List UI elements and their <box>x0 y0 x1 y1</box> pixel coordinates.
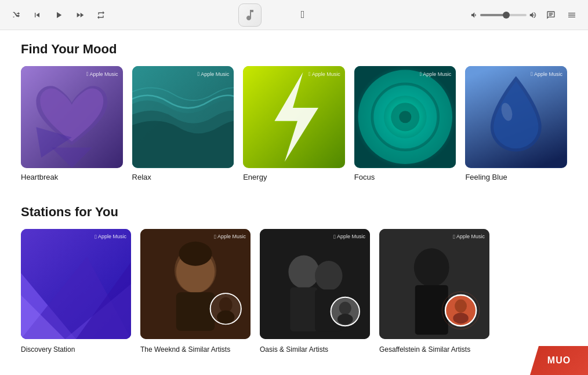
apple-logo:  <box>301 9 305 20</box>
fast-forward-button[interactable] <box>73 8 87 22</box>
gesaffelstein-label: Gesaffelstein & Similar Artists <box>379 345 470 354</box>
svg-rect-30 <box>290 287 318 331</box>
svg-point-23 <box>179 241 212 265</box>
mood-card-energy[interactable]:  Apple Music Energy <box>243 66 345 181</box>
mood-card-focus[interactable]:  Apple Music Focus <box>354 66 456 181</box>
energy-label: Energy <box>243 173 345 181</box>
svg-point-35 <box>337 314 353 325</box>
station-image-weeknd:  Apple Music <box>140 229 251 339</box>
station-image-gesaffelstein:  Apple Music <box>379 229 489 339</box>
svg-rect-38 <box>415 285 448 334</box>
svg-point-27 <box>217 310 234 323</box>
discovery-badge:  Apple Music <box>95 234 126 240</box>
mood-card-heartbreak[interactable]:  Apple Music Heartbreak <box>21 66 123 181</box>
energy-badge:  Apple Music <box>308 71 340 77</box>
focus-label: Focus <box>354 173 456 181</box>
relax-badge:  Apple Music <box>198 71 230 77</box>
mood-card-relax[interactable]:  Apple Music Relax <box>132 66 234 181</box>
shuffle-button[interactable] <box>9 8 23 22</box>
weeknd-badge:  Apple Music <box>214 234 246 240</box>
right-controls <box>470 8 579 22</box>
app-center:  <box>238 3 340 27</box>
transport-controls <box>9 8 108 23</box>
chat-button[interactable] <box>544 8 558 22</box>
weeknd-label: The Weeknd & Similar Artists <box>140 345 230 354</box>
mood-card-feeling-blue[interactable]:  Apple Music Feeling Blue <box>465 66 567 181</box>
svg-point-40 <box>455 299 467 312</box>
repeat-button[interactable] <box>94 8 108 22</box>
feeling-blue-label: Feeling Blue <box>465 173 567 181</box>
volume-low-icon <box>470 11 478 19</box>
focus-badge:  Apple Music <box>420 71 452 77</box>
station-card-discovery[interactable]:  Apple Music Discovery Station <box>21 229 131 355</box>
volume-control[interactable] <box>470 11 537 19</box>
find-your-mood-title: Find Your Mood <box>21 42 567 57</box>
main-content: Find Your Mood <box>0 30 588 366</box>
top-bar:  <box>0 0 588 30</box>
mood-image-focus:  Apple Music <box>354 66 456 168</box>
relax-label: Relax <box>132 173 234 181</box>
heartbreak-label: Heartbreak <box>21 173 123 181</box>
station-image-oasis:  Apple Music <box>260 229 370 339</box>
svg-point-37 <box>414 248 449 287</box>
station-image-discovery:  Apple Music <box>21 229 131 339</box>
muo-label: MUO <box>547 355 571 366</box>
svg-point-29 <box>288 255 319 288</box>
oasis-badge:  Apple Music <box>333 234 365 240</box>
svg-point-31 <box>315 261 343 290</box>
stations-grid:  Apple Music Discovery Station <box>21 229 567 355</box>
mood-image-relax:  Apple Music <box>132 66 234 168</box>
feeling-blue-badge:  Apple Music <box>531 71 562 77</box>
oasis-label: Oasis & Similar Artists <box>260 345 328 354</box>
gesaffelstein-badge:  Apple Music <box>453 234 485 240</box>
svg-point-26 <box>219 297 233 312</box>
svg-rect-24 <box>176 292 215 331</box>
volume-high-icon <box>529 11 537 19</box>
svg-point-11 <box>399 111 411 123</box>
stations-for-you-title: Stations for You <box>21 205 567 220</box>
volume-slider[interactable] <box>480 14 527 16</box>
discovery-label: Discovery Station <box>21 345 75 354</box>
station-card-weeknd[interactable]:  Apple Music The Weeknd & Similar Artis… <box>140 229 251 355</box>
muo-badge: MUO <box>530 346 588 375</box>
mood-image-energy:  Apple Music <box>243 66 345 168</box>
play-button[interactable] <box>51 8 66 23</box>
station-card-gesaffelstein[interactable]:  Apple Music Gesaffelstein & Similar Ar… <box>379 229 489 355</box>
rewind-button[interactable] <box>30 8 44 22</box>
menu-button[interactable] <box>565 8 579 22</box>
station-card-oasis[interactable]:  Apple Music Oasis & Similar Artists <box>260 229 370 355</box>
heartbreak-badge:  Apple Music <box>86 71 118 77</box>
music-app-icon <box>238 3 262 27</box>
mood-image-feeling-blue:  Apple Music <box>465 66 567 168</box>
svg-point-41 <box>453 312 469 323</box>
volume-knob[interactable] <box>503 12 510 19</box>
mood-grid:  Apple Music Heartbreak <box>21 66 567 181</box>
svg-point-34 <box>339 301 351 315</box>
mood-image-heartbreak:  Apple Music <box>21 66 123 168</box>
